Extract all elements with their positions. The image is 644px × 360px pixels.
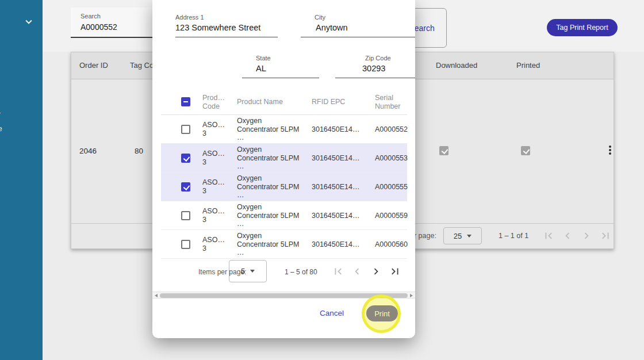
column-header-rfid-epc: RFID EPC: [312, 98, 345, 106]
search-field[interactable]: Search A0000552: [71, 7, 163, 38]
column-header-product-code: Prod… Code: [202, 94, 225, 111]
chevron-down-icon: [250, 270, 255, 273]
row-checkbox[interactable]: [181, 125, 190, 134]
cell-product-code: ASO… 3: [202, 150, 233, 167]
state-input[interactable]: AL: [256, 64, 266, 73]
cancel-button[interactable]: Cancel: [315, 303, 348, 323]
cell-order-id: 2046: [79, 147, 97, 155]
city-label: City: [315, 14, 325, 21]
scroll-right-arrow-icon[interactable]: [410, 294, 413, 297]
page-range-label: 1 – 5 of 80: [285, 268, 317, 276]
chevron-down-icon: [467, 235, 471, 238]
cell-product-code: ASO… 3: [202, 207, 233, 224]
city-field[interactable]: City Anytown: [301, 11, 415, 37]
cell-serial-number: A0000555: [375, 183, 408, 192]
printed-checkbox: [521, 146, 530, 155]
sidebar: r e: [0, 0, 43, 360]
sidebar-item-label-fragment: e: [0, 125, 2, 133]
dialog-table-row: ASO… 3 Oxygen Concentrator 5LPM … 301645…: [161, 115, 407, 144]
cell-product-code: ASO… 3: [202, 178, 233, 196]
dialog-table-row: ASO… 3 Oxygen Concentrator 5LPM … 301645…: [161, 144, 407, 173]
cell-serial-number: A0000559: [375, 212, 408, 220]
cell-rfid-epc: 3016450E14…: [312, 212, 359, 220]
address1-input[interactable]: 123 Somewhere Street: [175, 23, 260, 32]
zip-code-input[interactable]: 30293: [362, 64, 385, 73]
state-label: State: [256, 55, 271, 62]
print-button[interactable]: Print: [366, 305, 398, 321]
scroll-left-arrow-icon[interactable]: [155, 294, 158, 297]
cell-rfid-epc: 3016450E14…: [312, 240, 359, 249]
page-range-label: 1 – 1 of 1: [499, 232, 528, 240]
scrollbar-thumb[interactable]: [160, 293, 408, 298]
state-field[interactable]: State AL: [242, 52, 319, 78]
sidebar-item-label-fragment: r: [0, 110, 1, 118]
row-checkbox[interactable]: [181, 182, 190, 192]
tag-print-report-button[interactable]: Tag Print Report: [547, 19, 618, 36]
cell-product-name: Oxygen Concentrator 5LPM …: [237, 117, 308, 142]
previous-page-icon: [350, 265, 364, 278]
cell-product-name: Oxygen Concentrator 5LPM …: [237, 174, 308, 200]
screen: r e Search A0000552 Search Tag Print Rep…: [0, 0, 644, 360]
cell-product-name: Oxygen Concentrator 5LPM …: [237, 203, 308, 228]
cell-rfid-epc: 3016450E14…: [312, 154, 359, 163]
column-header-product-name: Product Name: [237, 98, 283, 106]
dialog-table-header: Prod… Code Product Name RFID EPC Serial …: [161, 89, 407, 115]
cell-serial-number: A0000552: [375, 125, 408, 134]
cell-rfid-epc: 3016450E14…: [312, 125, 359, 134]
dialog-table-row: ASO… 3 Oxygen Concentrator 5LPM … 301645…: [161, 230, 407, 259]
first-page-icon: [542, 229, 555, 243]
zip-code-label: Zip Code: [365, 55, 391, 62]
chevron-down-icon[interactable]: [22, 16, 35, 28]
dialog-table-row: ASO… 3 Oxygen Concentrator 5LPM … 301645…: [161, 201, 407, 230]
address1-field[interactable]: Address 1 123 Somewhere Street: [175, 11, 278, 37]
address1-label: Address 1: [175, 14, 204, 21]
column-header-downloaded: Downloaded: [436, 52, 477, 79]
cell-product-code: ASO… 3: [202, 236, 233, 253]
zip-code-field[interactable]: Zip Code 30293: [335, 52, 415, 78]
cell-product-name: Oxygen Concentrator 5LPM …: [237, 145, 308, 171]
downloaded-checkbox: [439, 146, 448, 155]
cell-product-code: ASO… 3: [202, 121, 233, 138]
previous-page-icon: [561, 229, 574, 243]
cell-serial-number: A0000560: [375, 240, 408, 249]
search-input[interactable]: A0000552: [80, 22, 117, 32]
dialog-table-row: ASO… 3 Oxygen Concentrator 5LPM … 301645…: [161, 173, 407, 201]
column-header-serial-number: Serial Number: [375, 94, 400, 111]
row-checkbox[interactable]: [181, 240, 190, 249]
page-size-select[interactable]: 5: [229, 260, 267, 282]
cell-serial-number: A0000553: [375, 154, 408, 163]
select-all-checkbox[interactable]: [181, 97, 190, 106]
search-label: Search: [80, 13, 101, 20]
column-header-printed: Printed: [516, 52, 540, 79]
last-page-icon[interactable]: [388, 265, 402, 278]
horizontal-scrollbar[interactable]: [152, 292, 415, 298]
cell-tag-count: 80: [135, 147, 143, 155]
row-checkbox[interactable]: [181, 154, 190, 163]
print-dialog: Address 1 123 Somewhere Street City Anyt…: [152, 0, 415, 338]
first-page-icon: [331, 265, 345, 278]
cell-product-name: Oxygen Concentrator 5LPM …: [237, 232, 308, 257]
city-input[interactable]: Anytown: [316, 23, 348, 32]
column-header-order-id: Order ID: [79, 52, 108, 79]
next-page-icon[interactable]: [369, 265, 383, 278]
page-size-select[interactable]: 25: [443, 227, 482, 244]
row-menu-kebab-icon[interactable]: [605, 145, 615, 156]
row-checkbox[interactable]: [181, 211, 190, 220]
cell-rfid-epc: 3016450E14…: [312, 183, 359, 192]
last-page-icon: [599, 229, 612, 243]
next-page-icon: [580, 229, 593, 243]
